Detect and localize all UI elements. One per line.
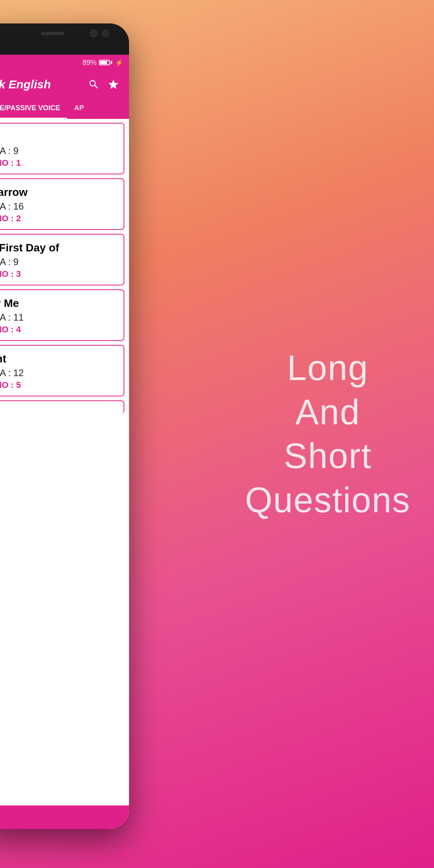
bottom-bar [0,805,129,829]
phone-top-bar [0,23,129,55]
card-qa-count: Q/A : 16 [0,201,116,212]
search-button[interactable] [86,77,102,92]
card-chapter-number: r NO : 4 [0,325,116,335]
card-title: at [0,131,116,143]
charging-bolt-icon: ⚡ [115,59,123,66]
phone-camera2 [102,29,109,37]
battery-tip [111,61,112,64]
tab-bar: CTIVE/PASSIVE VOICE AP [0,99,129,119]
battery-fill [100,61,107,64]
search-icon [88,79,100,90]
star-icon [108,79,119,90]
phone-camera [90,29,98,37]
card-qa-count: Q/A : 12 [0,368,116,378]
battery-percentage: 89% [82,59,97,67]
list-item[interactable]: or Me Q/A : 11 r NO : 4 [0,289,124,341]
list-item[interactable]: e First Day of Q/A : 9 r NO : 3 [0,234,124,285]
card-title: Harrow [0,186,116,199]
bg-text-line1: Long [245,346,411,390]
card-chapter-number: r NO : 5 [0,380,116,390]
battery-icon [99,60,112,65]
bg-text-line4: Questions [245,478,411,522]
list-item-partial[interactable] [0,400,124,414]
app-title: ook English [0,78,82,91]
card-chapter-number: r NO : 1 [0,158,116,168]
card-qa-count: Q/A : 9 [0,145,116,156]
phone-frame: 89% ⚡ ook English [0,23,129,829]
background-text: Long And Short Questions [245,346,411,522]
card-title: ent [0,353,116,365]
tab-ap[interactable]: AP [67,99,91,119]
content-list: at Q/A : 9 r NO : 1 Harrow Q/A : 16 r NO… [0,119,129,414]
list-item[interactable]: Harrow Q/A : 16 r NO : 2 [0,178,124,230]
tab-active-passive-voice[interactable]: CTIVE/PASSIVE VOICE [0,99,67,119]
battery-body [99,60,110,65]
card-chapter-number: r NO : 2 [0,213,116,224]
card-title: e First Day of [0,242,116,254]
card-title: or Me [0,297,116,310]
bg-text-line3: Short [245,434,411,478]
bg-text-line2: And [245,390,411,434]
status-bar: 89% ⚡ [0,55,129,70]
favorites-button[interactable] [106,77,121,92]
phone-speaker [41,32,65,35]
card-qa-count: Q/A : 9 [0,256,116,267]
app-header: ook English [0,70,129,99]
card-qa-count: Q/A : 11 [0,312,116,323]
list-item[interactable]: ent Q/A : 12 r NO : 5 [0,345,124,396]
card-chapter-number: r NO : 3 [0,269,116,279]
list-item[interactable]: at Q/A : 9 r NO : 1 [0,123,124,174]
phone-screen: 89% ⚡ ook English [0,55,129,829]
